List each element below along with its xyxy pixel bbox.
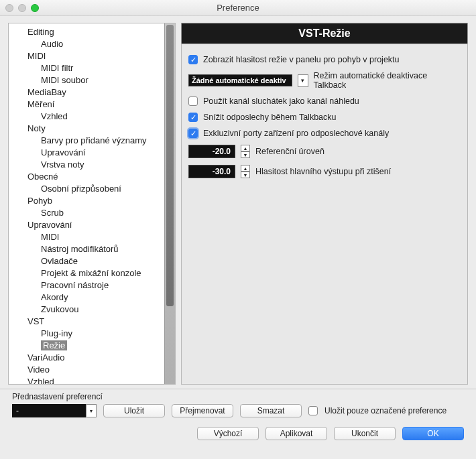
tree-item[interactable]: Vzhled	[9, 111, 164, 123]
tree-item[interactable]: Vzhled	[9, 376, 164, 384]
category-tree-wrap: EditingAudioMIDIMIDI filtrMIDI souborMed…	[8, 23, 176, 385]
spin-down-icon[interactable]: ▼	[241, 151, 250, 158]
category-tree[interactable]: EditingAudioMIDIMIDI filtrMIDI souborMed…	[9, 23, 164, 384]
tree-item[interactable]: Plug-iny	[9, 328, 164, 340]
cancel-button[interactable]: Ukončit	[334, 427, 396, 440]
spin-up-icon[interactable]: ▲	[241, 145, 250, 151]
tree-item[interactable]: MediaBay	[9, 86, 164, 99]
chk-exclusive-ports[interactable]	[188, 129, 198, 138]
tree-item[interactable]: Vrstva noty	[9, 159, 164, 171]
presets-section: Přednastavení preferencí - ▾ Uložit Přej…	[0, 389, 476, 423]
apply-button[interactable]: Aplikovat	[265, 427, 327, 440]
tree-item[interactable]: MIDI filtr	[9, 62, 164, 74]
chk-save-only-marked[interactable]	[308, 406, 318, 415]
tree-item[interactable]: Upravování	[9, 219, 164, 231]
dialog-buttons: Výchozí Aplikovat Ukončit OK	[0, 423, 476, 448]
lbl-headphone-preview: Použít kanál sluchátek jako kanál náhled…	[203, 96, 359, 106]
tree-item[interactable]: Zvukovou	[9, 304, 164, 316]
pane-header: VST-Režie	[181, 23, 468, 44]
preset-dropdown-icon[interactable]: ▾	[86, 404, 97, 417]
tree-item[interactable]: Pohyb	[9, 195, 164, 207]
tree-item[interactable]: MIDI	[9, 50, 164, 62]
scrollbar-thumb[interactable]	[166, 25, 174, 306]
save-preset-button[interactable]: Uložit	[103, 404, 165, 417]
chk-dim-talkback[interactable]	[188, 113, 198, 122]
ref-level-value[interactable]: -20.0	[188, 145, 235, 158]
tree-item[interactable]: Režie	[9, 340, 164, 352]
tree-item[interactable]: Video	[9, 364, 164, 376]
tree-item[interactable]: Nástroj modifikátorů	[9, 243, 164, 255]
chk-headphone-preview[interactable]	[188, 96, 198, 106]
tree-item[interactable]: VariAudio	[9, 352, 164, 364]
ok-button[interactable]: OK	[402, 427, 464, 440]
window-title: Preference	[0, 3, 476, 13]
tree-item[interactable]: Ovladače	[9, 255, 164, 267]
lbl-main-volume: Hlasitost hlavního výstupu při ztišení	[255, 167, 391, 176]
tree-item[interactable]: Upravování	[9, 147, 164, 159]
tree-item[interactable]: Scrub	[9, 207, 164, 219]
dropdown-toggle-icon[interactable]: ▾	[298, 74, 308, 87]
main-volume-spinner[interactable]: ▲ ▼	[241, 165, 250, 178]
lbl-save-only-marked: Uložit pouze označené preference	[324, 406, 447, 415]
lbl-show-volume: Zobrazit hlasitost režie v panelu pro po…	[203, 55, 400, 64]
rename-preset-button[interactable]: Přejmenovat	[172, 404, 233, 417]
tree-item[interactable]: Barvy pro přidané významy	[9, 135, 164, 147]
pane-body: Zobrazit hlasitost režie v panelu pro po…	[181, 44, 468, 385]
tree-item[interactable]: VST	[9, 316, 164, 328]
tree-item[interactable]: MIDI soubor	[9, 74, 164, 86]
titlebar: Preference	[0, 0, 476, 16]
spin-up-icon[interactable]: ▲	[241, 165, 250, 172]
main-volume-value[interactable]: -30.0	[188, 165, 235, 178]
delete-preset-button[interactable]: Smazat	[240, 404, 302, 417]
tree-item[interactable]: Obecné	[9, 171, 164, 183]
chk-show-volume[interactable]	[188, 55, 198, 64]
tree-item[interactable]: Akordy	[9, 291, 164, 304]
spin-down-icon[interactable]: ▼	[241, 172, 250, 178]
preset-selector[interactable]: -	[12, 404, 86, 417]
tree-item[interactable]: Noty	[9, 123, 164, 135]
ref-level-spinner[interactable]: ▲ ▼	[241, 145, 250, 158]
tree-scrollbar[interactable]	[164, 23, 175, 384]
tree-item[interactable]: Měření	[9, 99, 164, 111]
tree-item[interactable]: Editing	[9, 26, 164, 38]
tree-item[interactable]: Audio	[9, 38, 164, 50]
lbl-talkback-mode: Režim automatické deaktivace Talkback	[314, 71, 461, 90]
lbl-dim-talkback: Snížit odposlechy během Talkbacku	[203, 113, 337, 122]
talkback-mode-dropdown[interactable]: Žádné automatické deaktiv	[188, 74, 292, 86]
presets-label: Přednastavení preferencí	[12, 392, 464, 401]
tree-item[interactable]: Projekt & mixážní konzole	[9, 267, 164, 279]
tree-item[interactable]: Pracovní nástroje	[9, 279, 164, 291]
tree-item[interactable]: MIDI	[9, 231, 164, 243]
lbl-ref-level: Referenční úroveň	[255, 147, 324, 156]
lbl-exclusive-ports: Exkluzivní porty zařízení pro odposlecho…	[203, 129, 389, 138]
tree-item[interactable]: Osobní přizpůsobení	[9, 183, 164, 195]
defaults-button[interactable]: Výchozí	[197, 427, 259, 440]
